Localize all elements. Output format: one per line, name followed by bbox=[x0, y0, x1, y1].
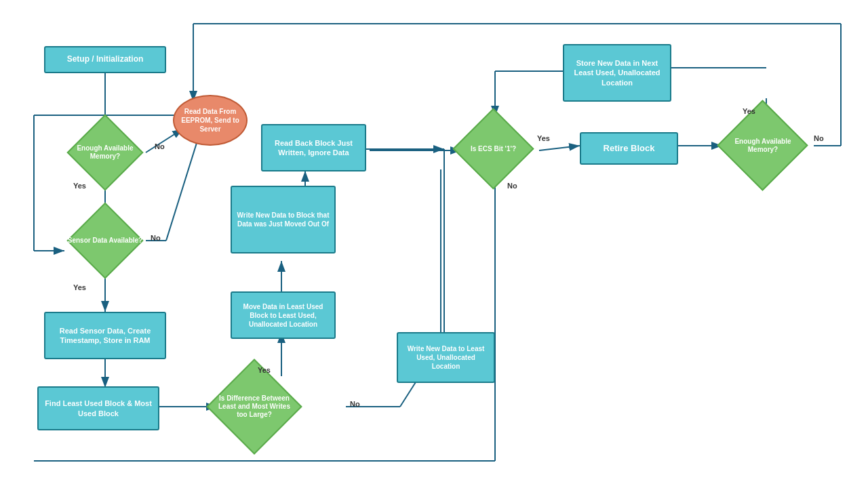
write-new-unalloc-node: Write New Data to Least Used, Unallocate… bbox=[397, 332, 495, 383]
yes-label-1: Yes bbox=[73, 182, 86, 190]
read-back-node: Read Back Block Just Written, Ignore Dat… bbox=[261, 124, 366, 171]
is-ecs-node: Is ECS Bit '1'? bbox=[454, 117, 532, 181]
retire-block-node: Retire Block bbox=[580, 132, 678, 165]
yes-label-4: Yes bbox=[537, 134, 550, 142]
yes-label-2: Yes bbox=[73, 283, 86, 291]
svg-line-8 bbox=[166, 132, 200, 241]
enough-memory-1-node: Enough Available Memory? bbox=[64, 129, 146, 176]
no-label-5: No bbox=[814, 134, 824, 142]
svg-line-23 bbox=[539, 146, 580, 150]
enough-memory-2-node: Enough Available Memory? bbox=[719, 112, 807, 180]
no-label-1: No bbox=[155, 142, 165, 150]
flowchart-diagram: Setup / Initialization Enough Available … bbox=[0, 0, 868, 488]
no-label-3: No bbox=[350, 400, 360, 408]
move-data-node: Move Data in Least Used Block to Least U… bbox=[231, 291, 336, 339]
sensor-data-node: Sensor Data Available? bbox=[64, 217, 146, 264]
no-label-2: No bbox=[151, 234, 161, 242]
is-difference-node: Is Difference Between Least and Most Wri… bbox=[210, 369, 298, 444]
write-new-data-moved-node: Write New Data to Block that Data was Ju… bbox=[231, 186, 336, 253]
read-eeprom-node: Read Data From EEPROM, Send to Server bbox=[173, 95, 248, 146]
no-label-4: No bbox=[507, 182, 517, 190]
store-new-data-node: Store New Data in Next Least Used, Unall… bbox=[563, 44, 671, 102]
yes-label-3: Yes bbox=[258, 366, 271, 374]
read-sensor-node: Read Sensor Data, Create Timestamp, Stor… bbox=[44, 312, 166, 359]
setup-node: Setup / Initialization bbox=[44, 46, 166, 73]
find-least-node: Find Least Used Block & Most Used Block bbox=[37, 386, 159, 430]
yes-label-5: Yes bbox=[743, 107, 755, 115]
